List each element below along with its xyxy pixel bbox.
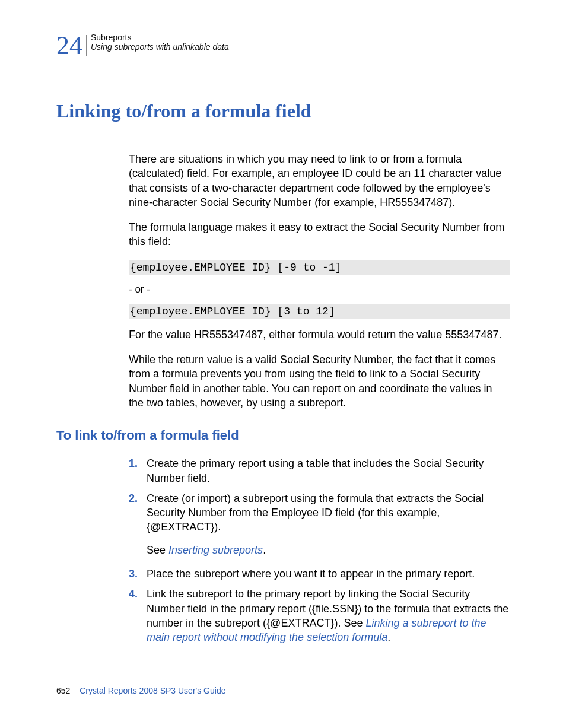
see-reference: See Inserting subreports. (147, 543, 510, 557)
page-footer: 652 Crystal Reports 2008 SP3 User's Guid… (56, 686, 225, 695)
or-separator: - or - (129, 284, 510, 295)
paragraph: The formula language makes it easy to ex… (129, 220, 510, 249)
header-chapter-title: Subreports (91, 33, 229, 42)
procedure-heading: To link to/from a formula field (56, 428, 510, 443)
paragraph: There are situations in which you may ne… (129, 152, 510, 209)
see-prefix: See (147, 544, 168, 556)
code-example: {employee.EMPLOYEE ID} [3 to 12] (129, 304, 510, 319)
paragraph: While the return value is a valid Social… (129, 352, 510, 410)
step-text: Link the subreport to the primary report… (147, 587, 510, 644)
header-text-block: Subreports Using subreports with unlinka… (91, 33, 229, 52)
header-section-title: Using subreports with unlinkable data (91, 42, 229, 52)
list-item: 1. Create the primary report using a tab… (129, 456, 510, 485)
step-number: 4. (129, 587, 147, 601)
code-example: {employee.EMPLOYEE ID} [-9 to -1] (129, 260, 510, 275)
page-number: 652 (56, 686, 70, 695)
page-header: 24 Subreports Using subreports with unli… (56, 33, 510, 59)
header-divider (86, 35, 87, 56)
paragraph: For the value HR555347487, either formul… (129, 328, 510, 342)
chapter-number: 24 (56, 33, 82, 59)
list-item: 2. Create (or import) a subreport using … (129, 491, 510, 561)
cross-reference-link[interactable]: Inserting subreports (168, 544, 263, 556)
step-text: Place the subreport where you want it to… (147, 567, 510, 581)
page-title: Linking to/from a formula field (56, 100, 510, 122)
step-number: 1. (129, 456, 147, 471)
step-number: 3. (129, 567, 147, 581)
list-item: 4. Link the subreport to the primary rep… (129, 587, 510, 644)
steps-block: 1. Create the primary report using a tab… (129, 456, 510, 644)
book-title: Crystal Reports 2008 SP3 User's Guide (80, 686, 225, 695)
step-number: 2. (129, 491, 147, 506)
step-text: Create (or import) a subreport using the… (147, 491, 510, 561)
body-content: There are situations in which you may ne… (129, 152, 510, 410)
see-suffix: . (263, 544, 266, 556)
step-text: Create the primary report using a table … (147, 456, 510, 485)
step-text-main: Create (or import) a subreport using the… (147, 492, 484, 533)
list-item: 3. Place the subreport where you want it… (129, 567, 510, 581)
steps-list: 1. Create the primary report using a tab… (129, 456, 510, 644)
step-text-post: . (387, 631, 390, 643)
